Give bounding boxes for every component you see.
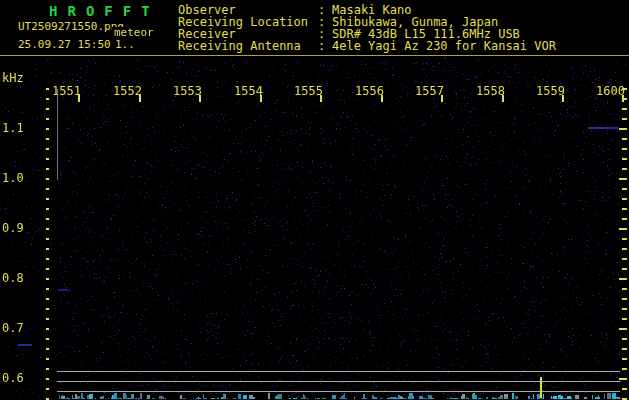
y-axis-right-tick <box>622 138 627 140</box>
echo-spike-marker <box>540 377 542 398</box>
y-axis-minor-tick <box>46 218 49 220</box>
y-axis-right-tick <box>622 198 627 200</box>
y-axis-minor-tick <box>46 168 49 170</box>
y-axis-minor-tick <box>46 248 49 250</box>
y-axis-label: 0.7 <box>2 321 24 335</box>
x-axis-tick <box>562 95 564 102</box>
y-axis-minor-tick <box>46 198 49 200</box>
y-axis-minor-tick <box>46 358 49 360</box>
y-axis-label: 1.0 <box>2 171 24 185</box>
x-axis-label: 1559 <box>536 84 565 98</box>
x-axis-label: 1554 <box>234 84 263 98</box>
y-axis-label: 0.8 <box>2 271 24 285</box>
y-axis-right-tick <box>622 158 627 160</box>
y-axis-right-tick <box>619 278 627 280</box>
y-axis-label: 0.9 <box>2 221 24 235</box>
x-axis-label: 1600 <box>596 84 625 98</box>
hrofft-window: H R O F F T UT2509271550.png meteor 25.0… <box>0 0 629 400</box>
y-axis-minor-tick <box>46 388 49 390</box>
y-axis-right-tick <box>622 318 627 320</box>
x-axis-tick <box>381 95 383 102</box>
y-axis-right-tick <box>622 188 627 190</box>
x-axis-tick <box>502 95 504 102</box>
y-axis-right-tick <box>619 128 627 130</box>
y-axis-right-tick <box>619 378 627 380</box>
x-axis-label: 1552 <box>113 84 142 98</box>
y-axis-minor-tick <box>46 318 49 320</box>
y-axis-right-tick <box>622 338 627 340</box>
noise-streak <box>588 127 618 129</box>
x-axis-tick <box>199 95 201 102</box>
y-axis-label: 1.1 <box>2 121 24 135</box>
y-axis-minor-tick <box>46 278 49 280</box>
y-axis-right-tick <box>622 388 627 390</box>
y-axis-minor-tick <box>46 228 49 230</box>
y-axis-right-tick <box>622 108 627 110</box>
y-axis-right-tick <box>622 218 627 220</box>
carrier-line <box>57 391 620 392</box>
y-axis-right-tick <box>622 268 627 270</box>
carrier-line <box>57 371 620 372</box>
x-axis-tick <box>260 95 262 102</box>
y-axis-minor-tick <box>46 308 49 310</box>
y-axis-minor-tick <box>46 378 49 380</box>
y-axis-minor-tick <box>46 148 49 150</box>
y-axis-minor-tick <box>46 128 49 130</box>
y-axis-minor-tick <box>46 258 49 260</box>
y-axis-minor-tick <box>46 98 49 100</box>
y-axis-minor-tick <box>46 138 49 140</box>
carrier-line <box>57 381 620 382</box>
y-axis-minor-tick <box>46 238 49 240</box>
x-axis-label: 1555 <box>294 84 323 98</box>
y-axis-right-tick <box>622 98 627 100</box>
y-axis-minor-tick <box>46 298 49 300</box>
y-axis-right-tick <box>622 238 627 240</box>
x-axis-tick <box>139 95 141 102</box>
y-axis-right-tick <box>622 208 627 210</box>
x-axis-tick <box>78 95 80 102</box>
y-axis-right-tick <box>622 88 627 90</box>
y-axis-minor-tick <box>46 158 49 160</box>
x-axis-label: 1553 <box>173 84 202 98</box>
y-axis-minor-tick <box>46 188 49 190</box>
x-axis-tick <box>441 95 443 102</box>
x-axis-label: 1556 <box>355 84 384 98</box>
y-axis-minor-tick <box>46 338 49 340</box>
y-axis-minor-tick <box>46 268 49 270</box>
y-axis-right-tick <box>622 248 627 250</box>
y-axis-right-tick <box>622 298 627 300</box>
noise-streak <box>18 344 32 346</box>
y-axis-minor-tick <box>46 368 49 370</box>
y-axis-label: 0.6 <box>2 371 24 385</box>
y-axis-right-tick <box>622 148 627 150</box>
plot-left-axis-line <box>57 89 58 180</box>
y-axis-minor-tick <box>46 288 49 290</box>
y-axis-unit: kHz <box>2 72 24 85</box>
y-axis-minor-tick <box>46 118 49 120</box>
observation-mode-label: meteor <box>112 27 155 39</box>
y-axis-right-tick <box>622 258 627 260</box>
y-axis-right-tick <box>619 228 627 230</box>
plot-area: kHz 155115521553155415551556155715581559… <box>0 0 629 400</box>
y-axis-right-tick <box>619 178 627 180</box>
y-axis-right-tick <box>622 358 627 360</box>
y-axis-minor-tick <box>46 178 49 180</box>
y-axis-right-tick <box>622 368 627 370</box>
noise-streak <box>58 289 68 291</box>
y-axis-minor-tick <box>46 88 49 90</box>
x-axis-label: 1557 <box>415 84 444 98</box>
y-axis-right-tick <box>622 308 627 310</box>
y-axis-right-tick <box>622 348 627 350</box>
y-axis-right-tick <box>622 118 627 120</box>
y-axis-right-tick <box>622 288 627 290</box>
y-axis-minor-tick <box>46 108 49 110</box>
y-axis-right-tick <box>619 328 627 330</box>
y-axis-minor-tick <box>46 208 49 210</box>
y-axis-right-tick <box>622 168 627 170</box>
y-axis-minor-tick <box>46 328 49 330</box>
x-axis-tick <box>320 95 322 102</box>
y-axis-minor-tick <box>46 348 49 350</box>
x-axis-label: 1558 <box>476 84 505 98</box>
